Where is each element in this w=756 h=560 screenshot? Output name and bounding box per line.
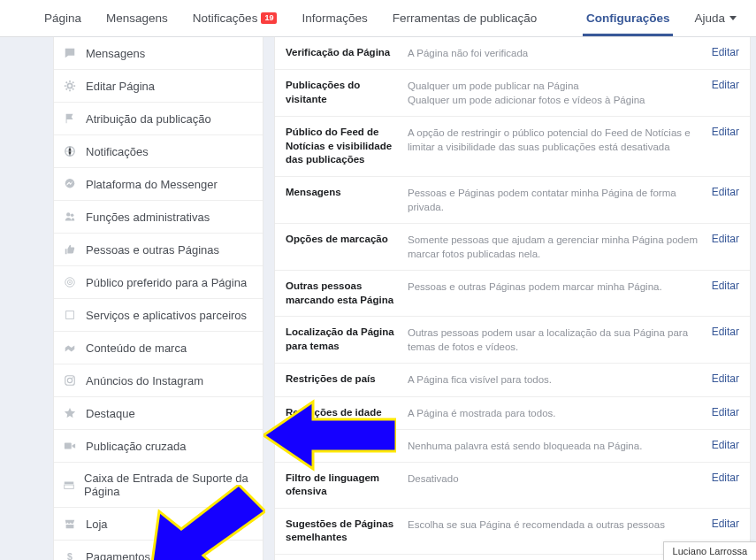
people-icon xyxy=(63,210,77,224)
tab-label: Informações xyxy=(302,12,367,25)
sidebar-item-publico-preferido[interactable]: Público preferido para a Página xyxy=(54,266,263,299)
tab-label: Página xyxy=(44,12,81,25)
svg-point-4 xyxy=(71,214,74,218)
settings-row: Restrições de idadeA Página é mostrada p… xyxy=(275,397,750,430)
tab-ajuda[interactable]: Ajuda xyxy=(682,0,749,36)
sidebar-item-mensagens[interactable]: Mensagens xyxy=(54,37,263,70)
sidebar-item-label: Pagamentos xyxy=(86,550,150,561)
svg-point-0 xyxy=(67,83,72,88)
sidebar-item-conteudo-marca[interactable]: Conteúdo de marca xyxy=(54,332,263,364)
svg-rect-14 xyxy=(65,485,74,488)
tab-label: Notificações xyxy=(193,12,258,25)
notification-badge: 19 xyxy=(261,12,277,24)
sidebar-item-loja[interactable]: Loja xyxy=(54,508,263,541)
settings-row-label: Verificação da Página xyxy=(286,46,408,60)
settings-row-label: Filtro de linguagem ofensiva xyxy=(286,472,408,499)
svg-point-11 xyxy=(72,377,73,379)
settings-row-desc: Outras pessoas podem usar a localização … xyxy=(408,326,712,354)
target-icon xyxy=(63,275,77,289)
sidebar-item-pessoas[interactable]: Pessoas e outras Páginas xyxy=(54,234,263,266)
settings-row-desc: Pessoas e outras Páginas podem marcar mi… xyxy=(408,280,712,294)
sidebar-item-label: Pessoas e outras Páginas xyxy=(86,243,219,257)
handshake-icon xyxy=(63,341,77,355)
settings-row: Publicações do visitanteQualquer um pode… xyxy=(275,70,750,117)
settings-row-desc: A Página não foi verificada xyxy=(408,46,712,60)
tab-pagina[interactable]: Página xyxy=(32,0,94,36)
edit-link[interactable]: Editar xyxy=(712,326,739,338)
sidebar-item-label: Loja xyxy=(86,518,108,531)
sidebar-item-servicos[interactable]: Serviços e aplicativos parceiros xyxy=(54,299,263,332)
edit-link[interactable]: Editar xyxy=(712,472,739,484)
sidebar-item-label: Funções administrativas xyxy=(86,211,210,224)
sidebar-item-label: Público preferido para a Página xyxy=(86,276,247,289)
settings-row-desc: Pessoas e Páginas podem contatar minha P… xyxy=(408,186,712,214)
settings-row: Outras pessoas marcando esta PáginaPesso… xyxy=(275,271,750,317)
thumb-icon xyxy=(63,242,77,257)
sidebar-item-label: Plataforma do Messenger xyxy=(86,178,218,191)
edit-link[interactable]: Editar xyxy=(712,406,739,418)
sidebar-item-destaque[interactable]: Destaque xyxy=(54,397,263,430)
tab-label: Configurações xyxy=(586,12,670,25)
sidebar-item-messenger[interactable]: Plataforma do Messenger xyxy=(54,168,263,201)
star-icon xyxy=(63,406,77,420)
main-wrap: Mensagens Editar Página Atribuição da pu… xyxy=(0,37,756,560)
edit-link[interactable]: Editar xyxy=(712,126,739,138)
sidebar-item-notificacoes[interactable]: Notificações xyxy=(54,135,263,168)
chevron-down-icon xyxy=(729,16,737,20)
tab-label: Mensagens xyxy=(106,12,168,25)
sidebar-item-label: Conteúdo de marca xyxy=(86,341,187,355)
tab-notificacoes[interactable]: Notificações 19 xyxy=(180,0,290,36)
settings-row: Localização da Página para temasOutras p… xyxy=(275,317,750,364)
settings-sidebar: Mensagens Editar Página Atribuição da pu… xyxy=(53,37,263,560)
video-icon xyxy=(63,439,77,453)
sidebar-item-label: Notificações xyxy=(86,145,149,158)
settings-row: Filtro de linguagem ofensivaDesativadoEd… xyxy=(275,463,750,509)
edit-link[interactable]: Editar xyxy=(712,46,739,58)
settings-row-label: Restrições de idade xyxy=(286,406,408,420)
shop-icon xyxy=(63,517,77,531)
edit-link[interactable]: Editar xyxy=(712,280,739,292)
settings-row: Opções de marcaçãoSomente pessoas que aj… xyxy=(275,224,750,271)
settings-row-label: Localização da Página para temas xyxy=(286,326,408,353)
svg-rect-13 xyxy=(65,482,74,485)
settings-row: Público do Feed de Notícias e visibilida… xyxy=(275,117,750,177)
svg-point-7 xyxy=(69,281,71,283)
settings-row: Moderação da PáginaNenhuma palavra está … xyxy=(275,430,750,463)
settings-content: Verificação da PáginaA Página não foi ve… xyxy=(274,37,751,560)
sidebar-item-label: Destaque xyxy=(86,407,135,420)
instagram-icon xyxy=(63,373,77,387)
settings-row-label: Mensagens xyxy=(286,186,408,200)
sidebar-item-label: Atribuição da publicação xyxy=(86,112,211,126)
settings-row: Verificação da PáginaA Página não foi ve… xyxy=(275,37,750,70)
edit-link[interactable]: Editar xyxy=(712,79,739,91)
svg-point-10 xyxy=(67,378,72,382)
chat-tab[interactable]: Luciano Larrossa xyxy=(663,541,756,560)
sidebar-item-label: Mensagens xyxy=(86,47,145,60)
tab-mensagens[interactable]: Mensagens xyxy=(94,0,180,36)
sidebar-item-label: Caixa de Entrada de Suporte da Página xyxy=(84,472,254,498)
sidebar-item-atribuicao[interactable]: Atribuição da publicação xyxy=(54,103,263,135)
sidebar-item-publicacao-cruzada[interactable]: Publicação cruzada xyxy=(54,430,263,463)
settings-row-desc: A Página é mostrada para todos. xyxy=(408,406,712,420)
sidebar-item-pagamentos[interactable]: $ Pagamentos xyxy=(54,541,263,560)
sidebar-item-instagram[interactable]: Anúncios do Instagram xyxy=(54,364,263,397)
edit-link[interactable]: Editar xyxy=(712,439,739,451)
svg-text:$: $ xyxy=(67,551,73,561)
tab-ferramentas[interactable]: Ferramentas de publicação xyxy=(380,0,550,36)
sidebar-item-suporte[interactable]: Caixa de Entrada de Suporte da Página xyxy=(54,463,263,508)
settings-row-label: Público do Feed de Notícias e visibilida… xyxy=(286,126,408,167)
edit-link[interactable]: Editar xyxy=(712,186,739,198)
sidebar-item-funcoes[interactable]: Funções administrativas xyxy=(54,201,263,234)
tab-informacoes[interactable]: Informações xyxy=(289,0,379,36)
edit-link[interactable]: Editar xyxy=(712,233,739,245)
edit-link[interactable]: Editar xyxy=(712,372,739,385)
tab-label: Ferramentas de publicação xyxy=(393,12,538,25)
settings-row: MensagensPessoas e Páginas podem contata… xyxy=(275,177,750,224)
svg-rect-9 xyxy=(65,376,75,386)
sidebar-item-editar-pagina[interactable]: Editar Página xyxy=(54,70,263,103)
chat-icon xyxy=(63,46,77,60)
edit-link[interactable]: Editar xyxy=(712,518,739,530)
tab-configuracoes[interactable]: Configurações xyxy=(574,0,683,36)
sidebar-item-label: Publicação cruzada xyxy=(86,440,186,453)
settings-row-desc: Somente pessoas que ajudam a gerenciar m… xyxy=(408,233,712,261)
